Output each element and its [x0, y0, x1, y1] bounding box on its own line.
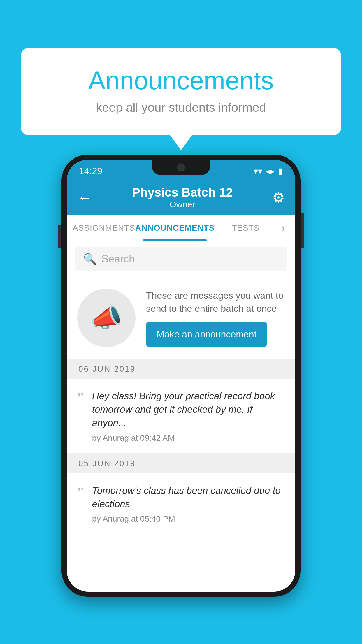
header-center: Physics Batch 12 Owner: [132, 186, 233, 209]
battery-icon: ▮: [278, 166, 283, 176]
search-bar[interactable]: 🔍 Search: [75, 247, 287, 271]
announcement-text-2: Tomorrow's class has been cancelled due …: [92, 484, 285, 511]
wifi-icon: ▾▾: [254, 166, 262, 176]
announcement-content-1: Hey class! Bring your practical record b…: [92, 389, 285, 443]
tab-tests[interactable]: TESTS: [215, 215, 277, 241]
tabs-bar: ASSIGNMENTS ANNOUNCEMENTS TESTS ›: [67, 215, 295, 241]
announcement-text-1: Hey class! Bring your practical record b…: [92, 389, 285, 430]
signal-icon: ◂▸: [266, 166, 275, 176]
announcement-icon-circle: 📣: [77, 289, 136, 347]
promo-card: 📣 These are messages you want to send to…: [67, 277, 295, 359]
date-separator-2: 05 JUN 2019: [67, 454, 295, 473]
search-placeholder: Search: [101, 253, 135, 265]
phone-outer: 14:29 ▾▾ ◂▸ ▮ ← Physics Batch 12 Owner ⚙: [61, 155, 301, 597]
bubble-title: Announcements: [36, 66, 326, 95]
search-icon: 🔍: [83, 253, 97, 265]
volume-button: [58, 225, 61, 248]
phone-notch: [152, 160, 210, 175]
status-time: 14:29: [79, 166, 102, 176]
announcement-content-2: Tomorrow's class has been cancelled due …: [92, 484, 285, 524]
quote-icon-2: ": [77, 485, 84, 501]
announcement-item-1[interactable]: " Hey class! Bring your practical record…: [67, 379, 295, 454]
speech-bubble-container: Announcements keep all your students inf…: [21, 48, 341, 135]
bubble-subtitle: keep all your students informed: [36, 101, 326, 115]
make-announcement-button[interactable]: Make an announcement: [146, 322, 267, 347]
search-container: 🔍 Search: [67, 241, 295, 277]
settings-button[interactable]: ⚙: [272, 189, 285, 206]
date-separator-1: 06 JUN 2019: [67, 359, 295, 379]
header-title: Physics Batch 12: [132, 186, 233, 200]
announcement-item-2[interactable]: " Tomorrow's class has been cancelled du…: [67, 473, 295, 534]
promo-description: These are messages you want to send to t…: [146, 289, 285, 315]
front-camera: [177, 163, 185, 172]
megaphone-icon: 📣: [90, 303, 122, 333]
header-subtitle: Owner: [132, 200, 233, 209]
announcement-author-2: by Anurag at 05:40 PM: [92, 514, 285, 524]
tab-assignments[interactable]: ASSIGNMENTS: [73, 215, 135, 241]
speech-bubble: Announcements keep all your students inf…: [21, 48, 341, 135]
status-icons: ▾▾ ◂▸ ▮: [254, 166, 283, 176]
tab-announcements[interactable]: ANNOUNCEMENTS: [135, 215, 215, 241]
power-button: [301, 213, 304, 248]
quote-icon-1: ": [77, 391, 84, 407]
announcement-author-1: by Anurag at 09:42 AM: [92, 433, 285, 443]
back-button[interactable]: ←: [77, 189, 92, 206]
phone-mockup: 14:29 ▾▾ ◂▸ ▮ ← Physics Batch 12 Owner ⚙: [61, 155, 301, 597]
phone-screen: 14:29 ▾▾ ◂▸ ▮ ← Physics Batch 12 Owner ⚙: [67, 160, 295, 592]
app-header: ← Physics Batch 12 Owner ⚙: [67, 180, 295, 215]
promo-content: These are messages you want to send to t…: [146, 289, 285, 347]
tabs-more[interactable]: ›: [277, 222, 289, 234]
